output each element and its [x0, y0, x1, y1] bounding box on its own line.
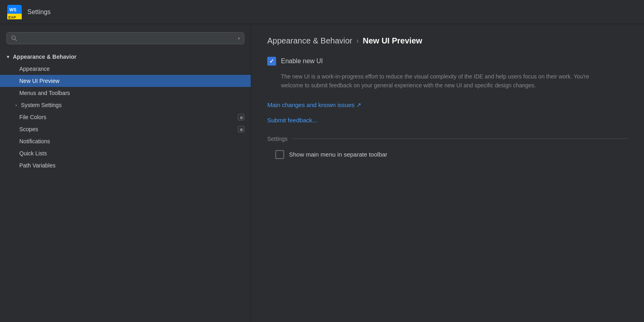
- sidebar-item-label: System Settings: [21, 102, 244, 108]
- title-bar: WS EAP Settings: [0, 0, 644, 24]
- sidebar-item-new-ui-preview[interactable]: New UI Preview: [0, 75, 251, 87]
- sidebar: ▾ ▾ Appearance & Behavior Appearance New…: [0, 24, 251, 322]
- sidebar-item-path-variables[interactable]: Path Variables: [0, 159, 251, 171]
- breadcrumb-parent: Appearance & Behavior: [267, 36, 352, 45]
- svg-line-10: [15, 39, 17, 41]
- settings-section-divider: [293, 138, 628, 139]
- sidebar-item-file-colors[interactable]: File Colors: [0, 111, 251, 123]
- settings-section-header: Settings: [267, 136, 628, 142]
- sidebar-item-notifications[interactable]: Notifications: [0, 135, 251, 147]
- main-layout: ▾ ▾ Appearance & Behavior Appearance New…: [0, 24, 644, 322]
- sidebar-item-appearance-behavior[interactable]: ▾ Appearance & Behavior: [0, 51, 251, 63]
- search-icon: [11, 35, 17, 41]
- svg-text:WS: WS: [9, 7, 17, 12]
- sidebar-item-label: Quick Lists: [19, 150, 244, 157]
- enable-new-ui-checkbox[interactable]: ✓: [267, 57, 276, 66]
- svg-text:EAP: EAP: [8, 15, 16, 19]
- sidebar-item-label: Appearance: [19, 66, 244, 72]
- new-ui-description: The new UI is a work-in-progress effort …: [267, 72, 597, 90]
- sidebar-item-label: Path Variables: [19, 162, 244, 169]
- window-title: Settings: [27, 8, 51, 16]
- search-input[interactable]: [21, 35, 235, 41]
- enable-new-ui-label: Enable new UI: [281, 58, 323, 65]
- settings-section: Settings ✓ Show main menu in separate to…: [267, 136, 628, 159]
- sidebar-item-system-settings[interactable]: › System Settings: [0, 99, 251, 111]
- expand-arrow-icon: ▾: [5, 54, 11, 60]
- checkmark-icon: ✓: [269, 58, 274, 64]
- search-wrapper[interactable]: ▾: [6, 32, 244, 44]
- sidebar-item-label: Menus and Toolbars: [19, 90, 244, 96]
- settings-section-title: Settings: [267, 136, 288, 142]
- show-main-menu-label: Show main menu in separate toolbar: [289, 151, 387, 158]
- submit-feedback-link[interactable]: Submit feedback...: [267, 117, 628, 124]
- file-colors-badge-icon: [238, 114, 244, 120]
- sidebar-item-appearance[interactable]: Appearance: [0, 63, 251, 75]
- content-area: Appearance & Behavior › New UI Preview ✓…: [251, 24, 644, 322]
- breadcrumb: Appearance & Behavior › New UI Preview: [267, 36, 628, 45]
- breadcrumb-current: New UI Preview: [363, 36, 422, 45]
- main-changes-link[interactable]: Main changes and known issues ↗: [267, 101, 628, 109]
- enable-new-ui-row: ✓ Enable new UI: [267, 57, 628, 66]
- search-container: ▾: [0, 29, 251, 51]
- scopes-badge-icon: [238, 126, 244, 132]
- sidebar-item-label: Notifications: [19, 138, 244, 144]
- sidebar-item-label: New UI Preview: [19, 78, 244, 84]
- show-main-menu-row: ✓ Show main menu in separate toolbar: [267, 150, 628, 159]
- show-main-menu-checkbox[interactable]: ✓: [275, 150, 284, 159]
- sidebar-item-menus-toolbars[interactable]: Menus and Toolbars: [0, 87, 251, 99]
- svg-point-9: [12, 36, 15, 39]
- app-logo: WS EAP: [6, 4, 23, 20]
- sidebar-item-quick-lists[interactable]: Quick Lists: [0, 147, 251, 159]
- search-chevron-icon[interactable]: ▾: [238, 36, 240, 41]
- sidebar-item-label: Scopes: [19, 126, 238, 132]
- sidebar-item-label: File Colors: [19, 114, 238, 120]
- breadcrumb-separator-icon: ›: [356, 37, 359, 45]
- tree-section: ▾ Appearance & Behavior Appearance New U…: [0, 51, 251, 322]
- expand-arrow-icon: ›: [13, 102, 19, 108]
- sidebar-item-scopes[interactable]: Scopes: [0, 123, 251, 135]
- sidebar-item-label: Appearance & Behavior: [13, 54, 244, 60]
